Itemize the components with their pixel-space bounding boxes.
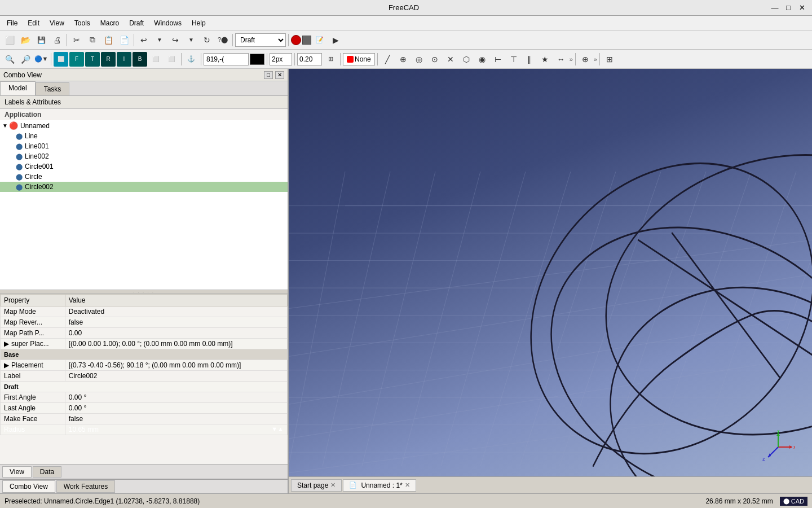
value-cell[interactable]: false	[65, 414, 287, 424]
bottom-tab-combo[interactable]: Combo View	[2, 480, 55, 493]
view-left-btn[interactable]: ⬜	[164, 52, 179, 67]
value-cell[interactable]: [(0.73 -0.40 -0.56); 90.18 °; (0.00 mm 0…	[65, 360, 287, 371]
snap-ortho[interactable]: ⊢	[491, 52, 505, 67]
menu-item-help[interactable]: Help	[187, 18, 210, 28]
labels-attributes-btn[interactable]: Labels & Attributes	[0, 96, 288, 109]
radius-up-btn[interactable]: ▲	[277, 426, 284, 432]
workbench-select[interactable]: Draft	[235, 33, 286, 47]
combo-float-btn[interactable]: □	[264, 71, 273, 79]
tree-item-circle[interactable]: ⬤ Circle	[0, 172, 288, 182]
view-home-btn[interactable]: ⬜	[54, 52, 68, 67]
redo-btn[interactable]: ↪	[168, 33, 183, 47]
none-button[interactable]: None	[343, 53, 375, 65]
tree-item-unnamed[interactable]: ▼ 🔴 Unnamed	[0, 120, 288, 131]
view-bottom-btn[interactable]: ⬜	[148, 52, 163, 67]
close-button[interactable]: ✕	[796, 2, 807, 14]
vp-tab-start-close[interactable]: ✕	[330, 481, 336, 489]
maximize-button[interactable]: □	[783, 2, 794, 14]
zoom-sel-btn[interactable]: 🔎	[18, 52, 33, 67]
opacity-btn[interactable]: ⊞	[323, 52, 338, 67]
menu-item-file[interactable]: File	[2, 18, 22, 28]
tab-model[interactable]: Model	[0, 81, 36, 95]
macro-btn[interactable]: 📝	[312, 33, 327, 47]
menu-item-edit[interactable]: Edit	[23, 18, 44, 28]
value-cell[interactable]: [(0.00 0.00 1.00); 0.00 °; (0.00 mm 0.00…	[65, 339, 287, 349]
undo-btn[interactable]: ↩	[136, 33, 151, 47]
properties-scroll[interactable]: Property Value Map Mode Deactivated Map …	[0, 294, 288, 464]
value-cell[interactable]: false	[65, 317, 287, 328]
paste-btn[interactable]: 📄	[117, 33, 131, 47]
snap-dim[interactable]: ↔	[554, 52, 568, 67]
tree-item-line001[interactable]: ⬤ Line001	[0, 141, 288, 151]
coord-input[interactable]	[204, 53, 249, 65]
view-iso-btn[interactable]: I	[117, 52, 131, 67]
snap-node[interactable]: ⊙	[427, 52, 442, 67]
menu-item-view[interactable]: View	[45, 18, 69, 28]
snap-par[interactable]: ∥	[522, 52, 537, 67]
play-btn[interactable]: ▶	[328, 33, 343, 47]
linewidth-input[interactable]	[270, 53, 292, 65]
menu-item-windows[interactable]: Windows	[149, 18, 186, 28]
tree-item-line002[interactable]: ⬤ Line002	[0, 151, 288, 161]
zoom-fit-btn[interactable]: 🔍	[2, 52, 17, 67]
value-cell[interactable]: 0.00 °	[65, 392, 287, 403]
bottom-tab-workfeatures[interactable]: Work Features	[56, 480, 115, 493]
snap-special[interactable]: ★	[538, 52, 553, 67]
cut-btn[interactable]: ✂	[69, 33, 84, 47]
color-picker[interactable]	[250, 54, 264, 65]
value-cell[interactable]: Deactivated	[65, 306, 287, 317]
value-cell[interactable]: Circle002	[65, 371, 287, 382]
vp-tab-unnamed-close[interactable]: ✕	[405, 481, 410, 489]
print-btn[interactable]: 🖨	[50, 33, 64, 47]
snap-near[interactable]: ◉	[475, 52, 489, 67]
stop-button[interactable]	[302, 36, 311, 45]
new-btn[interactable]: ⬜	[2, 33, 17, 47]
view-right-btn[interactable]: R	[101, 52, 116, 67]
radius-value-cell[interactable]: 10.65 mm ▲ ▼	[65, 424, 287, 435]
tree-item-circle001[interactable]: ⬤ Circle001	[0, 161, 288, 172]
radius-down-btn[interactable]: ▼	[271, 426, 277, 432]
table-row-selected[interactable]: Radius 10.65 mm ▲ ▼	[1, 424, 288, 435]
opacity-input[interactable]	[297, 53, 322, 65]
view-top-btn[interactable]: T	[85, 52, 100, 67]
view-back-btn[interactable]: B	[133, 52, 147, 67]
snap-face[interactable]: ⬡	[459, 52, 474, 67]
open-btn[interactable]: 📂	[18, 33, 33, 47]
menu-item-tools[interactable]: Tools	[70, 18, 95, 28]
vp-tab-unnamed[interactable]: 📄 Unnamed : 1* ✕	[343, 479, 416, 492]
tree-item-line[interactable]: ⬤ Line	[0, 131, 288, 141]
minimize-button[interactable]: —	[769, 2, 780, 14]
value-cell[interactable]: 0.00 °	[65, 403, 287, 414]
panel-divider[interactable]: · · · · ·	[0, 290, 288, 294]
nav-more-btn[interactable]: »	[594, 56, 597, 63]
redo-arrow[interactable]: ▼	[184, 33, 198, 47]
vp-tab-start[interactable]: Start page ✕	[291, 479, 342, 492]
more-tools-btn[interactable]: »	[570, 56, 573, 63]
record-button[interactable]	[291, 35, 301, 45]
view-tab-data[interactable]: Data	[33, 466, 61, 478]
snap-btn[interactable]: ⚓	[184, 52, 198, 67]
refresh-btn[interactable]: ↻	[200, 33, 214, 47]
save-btn[interactable]: 💾	[34, 33, 48, 47]
view-front-btn[interactable]: F	[69, 52, 84, 67]
tree-item-circle002[interactable]: ⬤ Circle002	[0, 182, 288, 192]
snap-mid[interactable]: ⊕	[396, 52, 411, 67]
snap-intersect[interactable]: ✕	[443, 52, 458, 67]
model-tree[interactable]: ▼ 🔴 Unnamed ⬤ Line ⬤ Line001 ⬤ Line002	[0, 120, 288, 290]
value-cell[interactable]: 0.00	[65, 328, 287, 339]
menu-item-draft[interactable]: Draft	[125, 18, 148, 28]
snap-ext[interactable]: ⊤	[506, 52, 521, 67]
tab-tasks[interactable]: Tasks	[36, 82, 70, 95]
menu-item-macro[interactable]: Macro	[96, 18, 123, 28]
tree-expand-arrow[interactable]: ▼	[2, 122, 8, 129]
view-tab-view[interactable]: View	[2, 466, 32, 478]
3d-viewport[interactable]: .grid-line { stroke: rgba(150,160,200,0.…	[289, 69, 812, 493]
grid-btn[interactable]: ⊞	[602, 52, 617, 67]
nav-cross[interactable]: ⊕	[578, 52, 593, 67]
snap-endpoint[interactable]: ╱	[380, 52, 395, 67]
snap-center[interactable]: ◎	[412, 52, 426, 67]
draw-style-btn[interactable]: 🔵▼	[34, 52, 48, 67]
clipboard-btn[interactable]: 📋	[101, 33, 116, 47]
undo-arrow[interactable]: ▼	[152, 33, 167, 47]
copy-btn[interactable]: ⧉	[85, 33, 100, 47]
